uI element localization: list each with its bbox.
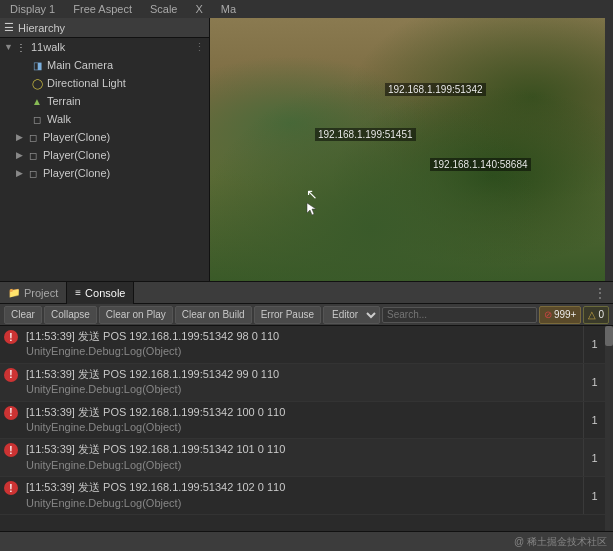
console-scrollbar[interactable]	[605, 326, 613, 531]
terrain-icon: ▲	[30, 94, 44, 108]
hierarchy-header: ☰ Hierarchy	[0, 18, 209, 38]
expand-player1-icon[interactable]: ▶	[16, 132, 26, 142]
scale-tab[interactable]: Scale	[144, 3, 184, 15]
hierarchy-item-player2[interactable]: ▶ ◻ Player(Clone)	[0, 146, 209, 164]
log-entry[interactable]: ! [11:53:39] 发送 POS 192.168.1.199:51342 …	[0, 477, 605, 515]
game-view-scrollbar[interactable]	[605, 18, 613, 281]
expand-dirlight-icon	[20, 78, 30, 88]
error-count-badge: ⊘ 999+	[539, 306, 582, 324]
console-search-input[interactable]	[382, 307, 537, 323]
display-tab[interactable]: Display 1	[4, 3, 61, 15]
log-icon-col: !	[0, 402, 22, 439]
log-line1: [11:53:39] 发送 POS 192.168.1.199:51342 10…	[26, 405, 579, 420]
network-label-2: 192.168.1.199:51451	[315, 128, 416, 141]
log-icon-col: !	[0, 477, 22, 514]
expand-11walk-icon[interactable]: ▼	[4, 42, 14, 52]
log-line1: [11:53:39] 发送 POS 192.168.1.199:51342 99…	[26, 367, 579, 382]
error-count: 999+	[554, 309, 577, 320]
log-text-col: [11:53:39] 发送 POS 192.168.1.199:51342 10…	[22, 402, 583, 439]
hierarchy-item-dirlight[interactable]: ◯ Directional Light	[0, 74, 209, 92]
expand-walk-icon	[20, 114, 30, 124]
log-entry[interactable]: ! [11:53:39] 发送 POS 192.168.1.199:51342 …	[0, 326, 605, 364]
log-line1: [11:53:39] 发送 POS 192.168.1.199:51342 10…	[26, 442, 579, 457]
log-entry[interactable]: ! [11:53:39] 发送 POS 192.168.1.199:51342 …	[0, 439, 605, 477]
ma-tab[interactable]: Ma	[215, 3, 242, 15]
editor-dropdown[interactable]: Editor	[323, 306, 380, 324]
error-icon: !	[4, 481, 18, 495]
log-count: 1	[583, 326, 605, 363]
log-text-col: [11:53:39] 发送 POS 192.168.1.199:51342 98…	[22, 326, 583, 363]
log-line2: UnityEngine.Debug:Log(Object)	[26, 420, 579, 435]
expand-terrain-icon	[20, 96, 30, 106]
hierarchy-item-player1[interactable]: ▶ ◻ Player(Clone)	[0, 128, 209, 146]
clear-on-play-button[interactable]: Clear on Play	[99, 306, 173, 324]
options-icon[interactable]: ⋮	[194, 41, 209, 54]
console-log-wrapper: ! [11:53:39] 发送 POS 192.168.1.199:51342 …	[0, 326, 613, 531]
light-icon: ◯	[30, 76, 44, 90]
hierarchy-panel: ☰ Hierarchy ▼ ⋮ 11walk ⋮ ◨ Main Camera ◯	[0, 18, 210, 281]
network-label-3: 192.168.1.140:58684	[430, 158, 531, 171]
console-options-icon[interactable]: ⋮	[587, 285, 613, 301]
expand-maincam-icon	[20, 60, 30, 70]
console-icon: ≡	[75, 287, 81, 298]
hierarchy-icon: ☰	[4, 21, 14, 34]
hierarchy-item-terrain[interactable]: ▲ Terrain	[0, 92, 209, 110]
log-line1: [11:53:39] 发送 POS 192.168.1.199:51342 10…	[26, 480, 579, 495]
console-log[interactable]: ! [11:53:39] 发送 POS 192.168.1.199:51342 …	[0, 326, 605, 531]
log-line1: [11:53:39] 发送 POS 192.168.1.199:51342 98…	[26, 329, 579, 344]
project-tab-label: Project	[24, 287, 58, 299]
error-icon: !	[4, 406, 18, 420]
terrain-label: Terrain	[47, 95, 81, 107]
warning-count: 0	[598, 309, 604, 320]
expand-player3-icon[interactable]: ▶	[16, 168, 26, 178]
hierarchy-item-11walk[interactable]: ▼ ⋮ 11walk ⋮	[0, 38, 209, 56]
clear-button[interactable]: Clear	[4, 306, 42, 324]
log-text-col: [11:53:39] 发送 POS 192.168.1.199:51342 10…	[22, 439, 583, 476]
log-line2: UnityEngine.Debug:Log(Object)	[26, 458, 579, 473]
gameobject-walk-icon: ◻	[30, 112, 44, 126]
console-tabs: 📁 Project ≡ Console ⋮	[0, 282, 613, 304]
clear-on-build-button[interactable]: Clear on Build	[175, 306, 252, 324]
log-icon-col: !	[0, 326, 22, 363]
log-entry[interactable]: ! [11:53:39] 发送 POS 192.168.1.199:51342 …	[0, 364, 605, 402]
hierarchy-item-walk[interactable]: ◻ Walk	[0, 110, 209, 128]
collapse-button[interactable]: Collapse	[44, 306, 97, 324]
maincam-label: Main Camera	[47, 59, 113, 71]
status-text: @ 稀土掘金技术社区	[514, 535, 607, 549]
status-bar: @ 稀土掘金技术社区	[0, 531, 613, 551]
player1-label: Player(Clone)	[43, 131, 110, 143]
player3-label: Player(Clone)	[43, 167, 110, 179]
x-tab[interactable]: X	[189, 3, 208, 15]
tab-project[interactable]: 📁 Project	[0, 282, 67, 304]
hierarchy-item-label: 11walk	[31, 41, 65, 53]
terrain-background	[210, 18, 613, 281]
player2-icon: ◻	[26, 148, 40, 162]
walk-label: Walk	[47, 113, 71, 125]
player3-icon: ◻	[26, 166, 40, 180]
console-scrollbar-thumb[interactable]	[605, 326, 613, 346]
camera-icon: ◨	[30, 58, 44, 72]
log-icon-col: !	[0, 364, 22, 401]
warning-count-badge: △ 0	[583, 306, 609, 324]
log-count: 1	[583, 364, 605, 401]
log-line2: UnityEngine.Debug:Log(Object)	[26, 496, 579, 511]
log-entry[interactable]: ! [11:53:39] 发送 POS 192.168.1.199:51342 …	[0, 402, 605, 440]
aspect-tab[interactable]: Free Aspect	[67, 3, 138, 15]
expand-player2-icon[interactable]: ▶	[16, 150, 26, 160]
hierarchy-item-player3[interactable]: ▶ ◻ Player(Clone)	[0, 164, 209, 182]
hierarchy-item-maincam[interactable]: ◨ Main Camera	[0, 56, 209, 74]
error-icon: !	[4, 443, 18, 457]
error-pause-button[interactable]: Error Pause	[254, 306, 321, 324]
tab-console[interactable]: ≡ Console	[67, 282, 134, 304]
hierarchy-content[interactable]: ▼ ⋮ 11walk ⋮ ◨ Main Camera ◯ Directional…	[0, 38, 209, 281]
log-count: 1	[583, 402, 605, 439]
network-label-1: 192.168.1.199:51342	[385, 83, 486, 96]
dirlight-label: Directional Light	[47, 77, 126, 89]
log-text-col: [11:53:39] 发送 POS 192.168.1.199:51342 99…	[22, 364, 583, 401]
hierarchy-title: Hierarchy	[18, 22, 65, 34]
error-icon: !	[4, 368, 18, 382]
project-icon: 📁	[8, 287, 20, 298]
console-tab-label: Console	[85, 287, 125, 299]
main-area: ☰ Hierarchy ▼ ⋮ 11walk ⋮ ◨ Main Camera ◯	[0, 18, 613, 281]
game-view[interactable]: 192.168.1.199:51342 192.168.1.199:51451 …	[210, 18, 613, 281]
